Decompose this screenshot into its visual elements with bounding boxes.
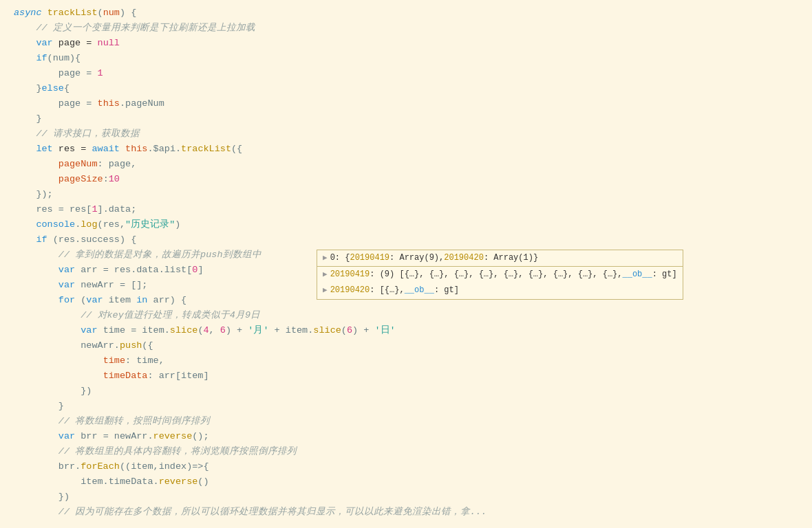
- keyword-async: async: [14, 6, 42, 21]
- tooltip-key2: 20190420: [444, 252, 484, 265]
- arrow-icon-3: ▶: [323, 285, 328, 297]
- tooltip-row-1[interactable]: ▶ 20190419 : (9) [{…}, {…}, {…}, {…}, {……: [317, 267, 683, 283]
- comment: // 因为可能存在多个数据，所以可以循环处理数据并将其归显示，可以以此来避免渲染…: [58, 505, 487, 520]
- arrow-icon: ▶: [323, 252, 328, 265]
- number-index: 1: [92, 202, 97, 217]
- keyword-var5: var: [81, 323, 97, 338]
- tooltip-main-row[interactable]: ▶ 0: { 20190419 : Array(9), 20190420 : A…: [317, 250, 683, 267]
- keyword-else: else: [42, 81, 64, 96]
- code-line: timeData : arr[item]: [0, 368, 812, 384]
- console-keyword: console: [36, 217, 75, 232]
- method-slice1: slice: [170, 323, 198, 338]
- keyword-if: if: [36, 51, 47, 66]
- comment: // 对key值进行处理，转成类似于4月9日: [81, 308, 260, 323]
- num-6a: 6: [220, 323, 226, 338]
- code-line: var brr = newArr. reverse ();: [0, 429, 812, 444]
- code-punctuation: (: [98, 6, 103, 21]
- code-line: }): [0, 384, 812, 399]
- code-line: console . log (res, "历史记录" ): [0, 217, 812, 232]
- keyword-var2: var: [58, 263, 75, 278]
- tooltip-key1: 20190419: [350, 252, 389, 265]
- code-line: });: [0, 187, 812, 202]
- arrow-icon-2: ▶: [323, 269, 328, 281]
- number-10: 10: [109, 172, 120, 187]
- keyword-var4: var: [86, 293, 103, 308]
- keyword-this: this: [125, 142, 147, 157]
- code-line: item.timeData. reverse (): [0, 474, 812, 490]
- code-line: let res = await this . $api. trackList (…: [0, 142, 812, 157]
- keyword-let: let: [36, 142, 52, 157]
- method-tracklist: trackList: [181, 142, 231, 157]
- code-line: // 对key值进行处理，转成类似于4月9日: [0, 308, 812, 323]
- comment: // 将数组翻转，按照时间倒序排列: [58, 414, 210, 429]
- comment: // 将数组里的具体内容翻转，将浏览顺序按照倒序排列: [58, 444, 297, 459]
- code-line: }): [0, 490, 812, 505]
- code-line: page = this .pageNum: [0, 96, 812, 111]
- code-line: var time = item. slice ( 4 , 6 ) + '月' +…: [0, 323, 812, 338]
- string-history: "历史记录": [125, 217, 175, 232]
- code-line: } else {: [0, 81, 812, 96]
- code-line: // 因为可能存在多个数据，所以可以循环处理数据并将其归显示，可以以此来避免渲染…: [0, 505, 812, 520]
- code-line: newArr. push ({: [0, 338, 812, 353]
- number-0: 0: [192, 263, 197, 278]
- method-slice2: slice: [313, 323, 341, 338]
- method-push: push: [120, 338, 142, 353]
- code-line: }: [0, 399, 812, 414]
- comment: // 请求接口，获取数据: [36, 126, 139, 142]
- function-name: trackList: [47, 6, 98, 21]
- keyword-for: for: [58, 293, 75, 308]
- param-num: num: [103, 6, 120, 21]
- keyword-await: await: [92, 142, 120, 157]
- comment: // 拿到的数据是对象，故遍历并push到数组中: [58, 248, 261, 263]
- code-line: pageSize : 10: [0, 172, 812, 187]
- code-line: // 将数组翻转，按照时间倒序排列: [0, 414, 812, 429]
- code-line: brr. forEach ((item,index)=>{: [0, 459, 812, 474]
- code-editor: async trackList ( num ) { // 定义一个变量用来判断是…: [0, 0, 812, 525]
- keyword-in: in: [136, 293, 147, 308]
- num-4: 4: [203, 323, 209, 338]
- code-line: time : time,: [0, 353, 812, 368]
- tooltip-main-text: 0: {: [330, 252, 350, 265]
- num-6b: 6: [347, 323, 352, 338]
- method-log: log: [81, 217, 97, 232]
- method-foreach: forEach: [81, 459, 120, 474]
- code-line: // 定义一个变量用来判断是下拉刷新还是上拉加载: [0, 21, 812, 36]
- tooltip-dropdown[interactable]: ▶ 20190419 : (9) [{…}, {…}, {…}, {…}, {……: [317, 267, 683, 299]
- code-line: var page = null: [0, 36, 812, 51]
- string-yue: '月': [248, 323, 268, 338]
- code-line: page = 1: [0, 66, 812, 81]
- keyword-this: this: [98, 96, 120, 111]
- code-line: // 请求接口，获取数据: [0, 126, 812, 142]
- debug-tooltip[interactable]: ▶ 0: { 20190419 : Array(9), 20190420 : A…: [317, 250, 683, 300]
- code-line: res = res[ 1 ].data;: [0, 202, 812, 217]
- method-reverse2: reverse: [159, 474, 198, 490]
- string-ri: '日': [374, 323, 395, 338]
- method-reverse1: reverse: [153, 429, 193, 444]
- tooltip-row-2[interactable]: ▶ 20190420 : [{…}, __ob__ : gt]: [317, 283, 683, 298]
- comment: // 定义一个变量用来判断是下拉刷新还是上拉加载: [36, 21, 255, 36]
- code-line: pageNum : page,: [0, 157, 812, 172]
- keyword-if2: if: [36, 232, 47, 248]
- keyword-var6: var: [58, 429, 75, 444]
- code-line: // 将数组里的具体内容翻转，将浏览顺序按照倒序排列: [0, 444, 812, 459]
- code-line: async trackList ( num ) {: [0, 6, 812, 21]
- code-line: if (res.success) {: [0, 232, 812, 248]
- code-line: if (num){: [0, 51, 812, 66]
- keyword-var3: var: [58, 278, 75, 293]
- null-value: null: [98, 36, 120, 51]
- keyword-var: var: [36, 36, 52, 51]
- code-line: }: [0, 111, 812, 126]
- number-1: 1: [98, 66, 103, 81]
